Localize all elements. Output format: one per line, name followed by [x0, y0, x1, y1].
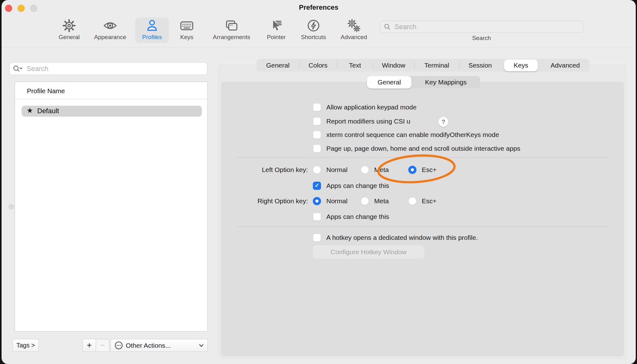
toolbar-item-general[interactable]: General — [49, 18, 89, 43]
tab-session[interactable]: Session — [459, 59, 501, 72]
add-profile-button[interactable]: + — [83, 339, 96, 352]
chevron-down-icon — [199, 344, 204, 347]
keys-subtab-bar: General Key Mappings — [367, 76, 480, 88]
toolbar-label: Pointer — [267, 34, 286, 41]
section-divider — [236, 226, 610, 227]
other-actions-dropdown[interactable]: Other Actions... — [110, 339, 208, 352]
radio-label: Esc+ — [422, 165, 436, 174]
radio-right-normal[interactable] — [313, 197, 321, 205]
checkbox-csi-u[interactable] — [313, 117, 321, 125]
splitter-handle[interactable] — [8, 204, 14, 210]
search-filter-icon — [13, 65, 23, 73]
checkbox-label: Apps can change this — [326, 181, 389, 190]
checkbox-label: Allow application keypad mode — [326, 103, 416, 112]
radio-right-esc[interactable] — [408, 197, 416, 205]
profile-search-input[interactable] — [26, 64, 204, 73]
tags-button[interactable]: Tags > — [13, 339, 39, 352]
profile-name: Default — [37, 107, 59, 115]
toolbar-search-input[interactable] — [394, 23, 579, 31]
tab-terminal[interactable]: Terminal — [414, 59, 459, 72]
toolbar-item-appearance[interactable]: Appearance — [90, 18, 130, 43]
star-icon: ★ — [27, 106, 33, 115]
other-actions-label: Other Actions... — [126, 342, 199, 349]
toolbar-label: Advanced — [341, 34, 367, 41]
toolbar-divider — [2, 48, 636, 48]
keys-general-panel — [221, 82, 624, 356]
checkbox-label: A hotkey opens a dedicated window with t… — [326, 233, 478, 242]
profile-search-field[interactable] — [9, 62, 207, 75]
checkbox-label: Apps can change this — [326, 212, 389, 221]
checkbox-keypad-mode[interactable] — [313, 103, 321, 111]
section-divider — [236, 157, 610, 158]
list-header-divider — [15, 99, 207, 99]
tab-window[interactable]: Window — [373, 59, 414, 72]
tab-general[interactable]: General — [257, 59, 299, 72]
toolbar-label: Arrangements — [213, 34, 250, 41]
window-title: Preferences — [2, 3, 636, 12]
toolbar-search-label: Search — [450, 35, 513, 42]
toolbar-label: General — [59, 34, 80, 41]
person-icon — [145, 18, 159, 33]
screenshot-root: Preferences General Appearance Profiles — [0, 0, 637, 364]
circle-ellipsis-icon — [115, 341, 123, 350]
subtab-key-mappings[interactable]: Key Mappings — [411, 76, 480, 88]
right-option-key-label: Right Option key: — [219, 197, 308, 205]
checkbox-modify-other-keys[interactable] — [313, 131, 321, 139]
radio-right-meta[interactable] — [361, 197, 369, 205]
toolbar-item-keys[interactable]: Keys — [166, 18, 207, 43]
left-option-key-label: Left Option key: — [219, 165, 308, 174]
gear-icon — [62, 18, 76, 33]
toolbar-label: Profiles — [142, 34, 162, 41]
checkbox-hotkey-window[interactable] — [313, 234, 321, 242]
subtab-general[interactable]: General — [367, 76, 411, 88]
radio-label: Esc+ — [422, 197, 436, 205]
configure-hotkey-window-button[interactable]: Configure Hotkey Window — [313, 245, 424, 259]
checkbox-label: Report modifiers using CSI u — [326, 117, 410, 126]
radio-left-meta[interactable] — [361, 166, 369, 174]
toolbar-item-arrangements[interactable]: Arrangements — [211, 18, 252, 43]
eye-icon — [103, 18, 117, 33]
profile-list-header: Profile Name — [27, 87, 65, 95]
radio-left-normal[interactable] — [313, 166, 321, 174]
windows-icon — [224, 18, 239, 33]
profile-tab-bar: General Colors Text Window Terminal Sess… — [257, 59, 589, 72]
profile-list: Profile Name ★ Default — [15, 82, 208, 331]
cursor-icon — [269, 18, 283, 33]
toolbar-search-field[interactable] — [380, 21, 583, 33]
toolbar-label: Appearance — [94, 34, 126, 41]
radio-label: Meta — [374, 197, 389, 205]
tab-keys[interactable]: Keys — [501, 59, 541, 72]
tab-colors[interactable]: Colors — [299, 59, 337, 72]
remove-profile-button[interactable]: − — [96, 339, 109, 352]
toolbar-label: Keys — [180, 34, 193, 41]
profile-row-default[interactable]: ★ Default — [22, 106, 202, 117]
bolt-circle-icon — [306, 18, 321, 33]
checkbox-label: xterm control sequence can enable modify… — [326, 130, 499, 139]
tab-text[interactable]: Text — [337, 59, 373, 72]
checkbox-label: Page up, page down, home and end scroll … — [326, 144, 520, 153]
checkbox-scroll-outside-apps[interactable] — [313, 144, 321, 153]
radio-label: Normal — [326, 165, 348, 174]
checkbox-left-apps-change[interactable] — [313, 182, 321, 190]
radio-left-esc[interactable] — [408, 166, 416, 174]
gears-icon — [347, 18, 361, 33]
toolbar-item-advanced[interactable]: Advanced — [334, 18, 374, 43]
help-button[interactable]: ? — [438, 117, 448, 127]
radio-label: Meta — [374, 165, 389, 174]
toolbar-item-shortcuts[interactable]: Shortcuts — [293, 18, 334, 43]
radio-label: Normal — [326, 197, 348, 205]
toolbar-item-pointer[interactable]: Pointer — [256, 18, 297, 43]
toolbar-label: Shortcuts — [301, 34, 326, 41]
tab-advanced[interactable]: Advanced — [541, 59, 589, 72]
preferences-window: Preferences General Appearance Profiles — [2, 0, 636, 364]
search-icon — [384, 23, 391, 30]
keyboard-icon — [180, 18, 194, 33]
checkbox-right-apps-change[interactable] — [313, 213, 321, 221]
